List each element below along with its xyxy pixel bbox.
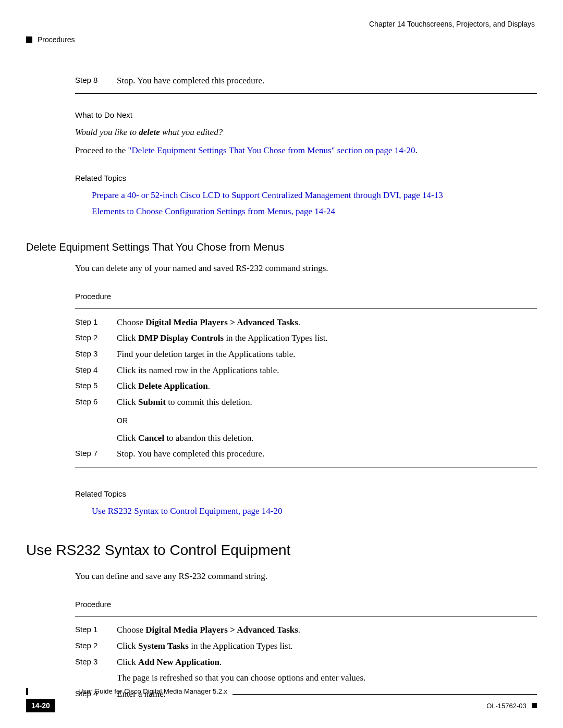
delete-step-6: Step 6 Click Submit to commit this delet…: [75, 396, 537, 409]
delete-step-3: Step 3 Find your deletion target in the …: [75, 348, 537, 361]
text-bold: Cancel: [138, 433, 164, 443]
text: .: [415, 145, 417, 155]
delete-step-1: Step 1 Choose Digital Media Players > Ad…: [75, 316, 537, 329]
text: what you edited?: [160, 127, 223, 137]
rs232-step-3: Step 3 Click Add New Application.: [75, 656, 537, 669]
section-rs232-title: Use RS232 Syntax to Control Equipment: [26, 540, 537, 561]
footer-line: [232, 694, 537, 695]
step-text: Click Add New Application.: [117, 656, 537, 669]
text: Click: [117, 641, 138, 651]
separator-rule: [75, 467, 537, 467]
page-number: 14-20: [26, 699, 55, 712]
step-text: Stop. You have completed this procedure.: [117, 75, 537, 88]
delete-step-5: Step 5 Click Delete Application.: [75, 380, 537, 393]
text-bold: Digital Media Players > Advanced Tasks: [145, 625, 298, 635]
doc-id: OL-15762-03: [486, 702, 527, 710]
chapter-running-head: Chapter 14 Touchscreens, Projectors, and…: [26, 19, 537, 29]
text: Would you like to: [75, 127, 139, 137]
footer-marker-icon: [26, 688, 28, 695]
related-topics-heading: Related Topics: [75, 488, 537, 500]
text-bold: System Tasks: [138, 641, 189, 651]
rs232-step-2: Step 2 Click System Tasks in the Applica…: [75, 640, 537, 653]
text: Choose: [117, 625, 145, 635]
section-rs232-intro: You can define and save any RS-232 comma…: [75, 570, 537, 583]
proceed-line: Proceed to the "Delete Equipment Setting…: [75, 144, 537, 157]
related-topic-link[interactable]: Elements to Choose Configuration Setting…: [92, 206, 335, 216]
text: to commit this deletion.: [166, 397, 252, 407]
step-text: Click DMP Display Controls in the Applic…: [117, 332, 537, 345]
text: Click: [117, 433, 138, 443]
header-marker-icon: [26, 36, 32, 43]
related-topics-heading: Related Topics: [75, 172, 537, 184]
step-label: Step 1: [75, 624, 117, 635]
section-running-head: Procedures: [38, 34, 75, 45]
related-topic-link[interactable]: Use RS232 Syntax to Control Equipment, p…: [92, 506, 282, 516]
what-next-question: Would you like to delete what you edited…: [75, 126, 537, 139]
text-bold: DMP Display Controls: [138, 333, 224, 343]
delete-step-6b: Click Cancel to abandon this deletion.: [117, 432, 537, 445]
text: to abandon this deletion.: [164, 433, 253, 443]
step-label: Step 8: [75, 75, 117, 86]
text: Choose: [117, 317, 145, 327]
text-bold: delete: [139, 127, 160, 137]
step-text: Find your deletion target in the Applica…: [117, 348, 537, 361]
step-text: Click Submit to commit this deletion.: [117, 396, 537, 409]
step-label: Step 5: [75, 380, 117, 391]
step-8-row: Step 8 Stop. You have completed this pro…: [75, 75, 537, 88]
proceed-link[interactable]: "Delete Equipment Settings That You Chos…: [128, 145, 415, 155]
step-text: Choose Digital Media Players > Advanced …: [117, 624, 537, 637]
footer-end-marker-icon: [532, 703, 537, 708]
step-label: Step 1: [75, 316, 117, 328]
text: in the Application Types list.: [224, 333, 328, 343]
related-topic-link[interactable]: Prepare a 40- or 52-inch Cisco LCD to Su…: [92, 190, 443, 200]
text-bold: Delete Application: [138, 381, 208, 391]
footer-doc-title: User Guide for Cisco Digital Media Manag…: [78, 687, 227, 697]
step-label: Step 2: [75, 640, 117, 651]
delete-step-4: Step 4 Click its named row in the Applic…: [75, 364, 537, 377]
step-text: Click its named row in the Applications …: [117, 364, 537, 377]
text: Click: [117, 397, 138, 407]
text: Click: [117, 657, 138, 667]
text: .: [208, 381, 210, 391]
step-label: Step 7: [75, 448, 117, 459]
step-label: Step 6: [75, 396, 117, 408]
step-text: Click System Tasks in the Application Ty…: [117, 640, 537, 653]
text-bold: Digital Media Players > Advanced Tasks: [145, 317, 298, 327]
text-bold: Add New Application: [138, 657, 219, 667]
delete-step-2: Step 2 Click DMP Display Controls in the…: [75, 332, 537, 345]
rs232-step-3b: The page is refreshed so that you can ch…: [117, 672, 537, 685]
step-label: Step 4: [75, 364, 117, 376]
separator-rule: [75, 309, 537, 309]
text: in the Application Types list.: [189, 641, 293, 651]
step-text: Click Delete Application.: [117, 380, 537, 393]
step-text: Choose Digital Media Players > Advanced …: [117, 316, 537, 329]
rs232-step-1: Step 1 Choose Digital Media Players > Ad…: [75, 624, 537, 637]
text: .: [298, 625, 300, 635]
text: .: [219, 657, 222, 667]
separator-rule: [75, 93, 537, 94]
text: Proceed to the: [75, 145, 128, 155]
step-label: Step 3: [75, 656, 117, 668]
procedure-heading: Procedure: [75, 599, 537, 610]
text: Click: [117, 333, 138, 343]
step-text: Stop. You have completed this procedure.: [117, 448, 537, 461]
delete-step-7: Step 7 Stop. You have completed this pro…: [75, 448, 537, 461]
or-separator: OR: [117, 415, 537, 426]
text: Click: [117, 381, 138, 391]
section-delete-intro: You can delete any of your named and sav…: [75, 262, 537, 275]
section-delete-title: Delete Equipment Settings That You Chose…: [26, 240, 537, 255]
step-label: Step 3: [75, 348, 117, 360]
separator-rule: [75, 616, 537, 616]
step-label: Step 2: [75, 332, 117, 343]
what-to-do-next-heading: What to Do Next: [75, 109, 537, 121]
procedure-heading: Procedure: [75, 291, 537, 302]
text: .: [298, 317, 300, 327]
text-bold: Submit: [138, 397, 166, 407]
